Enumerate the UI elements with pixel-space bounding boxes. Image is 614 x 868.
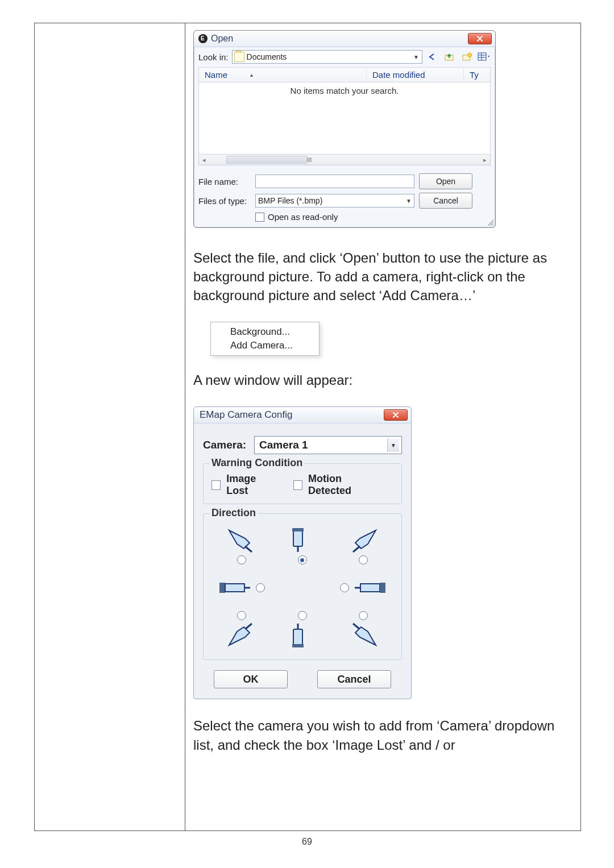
context-menu: Background... Add Camera... <box>210 322 320 356</box>
camera-n-icon <box>287 527 318 554</box>
direction-radio-sw[interactable] <box>237 611 246 620</box>
close-icon <box>393 412 399 418</box>
svg-rect-20 <box>293 629 302 645</box>
filetype-value: BMP Files (*.bmp) <box>258 196 322 205</box>
open-button[interactable]: Open <box>419 173 472 189</box>
image-lost-label: Image Lost <box>226 473 277 497</box>
motion-detected-checkbox[interactable] <box>293 480 302 490</box>
emap-titlebar: EMap Camera Config <box>194 407 411 423</box>
direction-radio-nw[interactable] <box>237 555 246 564</box>
direction-radio-s[interactable] <box>298 611 307 620</box>
lookin-combo[interactable]: Documents ▼ <box>232 50 422 64</box>
svg-marker-23 <box>355 627 376 645</box>
filename-input[interactable] <box>255 175 414 188</box>
paragraph-1: Select the file, and click ‘Open’ button… <box>193 248 570 305</box>
paragraph-3: Select the camera you wish to add from ‘… <box>193 716 570 754</box>
svg-marker-18 <box>229 627 250 645</box>
cancel-button[interactable]: Cancel <box>317 670 391 688</box>
readonly-label: Open as read-only <box>268 212 338 222</box>
table-left-column <box>35 23 185 830</box>
camera-e-icon <box>352 578 387 597</box>
view-menu-icon[interactable] <box>477 51 491 63</box>
chevron-down-icon: ▼ <box>387 438 399 452</box>
close-button[interactable] <box>384 409 408 421</box>
svg-rect-11 <box>219 583 225 593</box>
chevron-down-icon: ▼ <box>406 198 412 204</box>
context-item-add-camera[interactable]: Add Camera... <box>211 339 319 352</box>
direction-group: Direction <box>203 513 402 660</box>
header-type: Ty <box>464 68 490 82</box>
camera-se-icon <box>347 621 379 649</box>
svg-rect-3 <box>478 53 486 60</box>
scroll-left-icon: ◂ <box>199 156 209 164</box>
scroll-mid-label: III <box>307 157 312 163</box>
emap-title: EMap Camera Config <box>200 409 292 421</box>
direction-legend: Direction <box>209 507 258 519</box>
camera-s-icon <box>287 621 318 649</box>
dialog-titlebar: Open <box>194 31 495 47</box>
camera-label: Camera: <box>203 439 246 451</box>
direction-radio-n[interactable] <box>298 555 307 564</box>
scroll-right-icon: ▸ <box>480 156 490 164</box>
page-number: 69 <box>34 837 580 847</box>
svg-rect-16 <box>380 583 385 593</box>
open-file-dialog: Open Look in: Documents <box>193 30 496 228</box>
warning-condition-group: Warning Condition Image Lost Motion Dete… <box>203 463 402 504</box>
svg-point-2 <box>468 53 472 57</box>
warning-legend: Warning Condition <box>209 457 305 469</box>
scroll-thumb <box>226 156 307 164</box>
sort-indicator-icon: ▴ <box>250 72 253 78</box>
direction-radio-e[interactable] <box>340 583 349 592</box>
up-folder-icon[interactable] <box>443 51 457 63</box>
horizontal-scrollbar[interactable]: ◂ III ▸ <box>198 155 491 165</box>
camera-sw-icon <box>226 621 258 649</box>
header-date: Date modified <box>367 68 464 82</box>
ok-button[interactable]: OK <box>214 670 288 688</box>
dialog-title: Open <box>211 34 233 44</box>
paragraph-2: A new window will appear: <box>193 371 570 389</box>
motion-detected-label: Motion Detected <box>308 473 383 497</box>
close-button[interactable] <box>468 33 492 44</box>
filetype-combo[interactable]: BMP Files (*.bmp) ▼ <box>255 194 414 207</box>
camera-combo[interactable]: Camera 1 ▼ <box>254 436 402 454</box>
camera-value: Camera 1 <box>259 439 308 451</box>
svg-marker-9 <box>355 530 376 549</box>
context-item-background[interactable]: Background... <box>211 325 319 339</box>
new-folder-icon[interactable] <box>460 51 474 63</box>
readonly-checkbox[interactable] <box>255 213 264 222</box>
filetype-label: Files of type: <box>198 196 251 206</box>
empty-message: No items match your search. <box>291 86 399 95</box>
svg-rect-7 <box>292 528 304 531</box>
direction-radio-se[interactable] <box>359 611 368 620</box>
image-lost-checkbox[interactable] <box>211 480 221 490</box>
camera-nw-icon <box>226 527 258 554</box>
file-list-headers[interactable]: Name ▴ Date modified Ty <box>198 67 491 82</box>
lookin-value: Documents <box>247 52 412 61</box>
direction-radio-ne[interactable] <box>359 555 368 564</box>
resize-grip-icon[interactable] <box>486 218 494 226</box>
svg-line-5 <box>245 546 252 552</box>
direction-radio-w[interactable] <box>256 583 265 592</box>
emap-config-dialog: EMap Camera Config Camera: Camera 1 <box>193 406 412 699</box>
chevron-down-icon: ▼ <box>412 54 421 60</box>
back-icon[interactable] <box>426 51 439 63</box>
camera-ne-icon <box>347 527 379 554</box>
svg-rect-21 <box>292 644 304 647</box>
table-right-column: Open Look in: Documents <box>185 23 580 830</box>
close-icon <box>477 36 483 41</box>
svg-marker-4 <box>229 530 250 549</box>
header-name: Name <box>205 70 227 80</box>
svg-line-10 <box>353 546 360 552</box>
cancel-button[interactable]: Cancel <box>419 193 472 209</box>
file-list[interactable]: No items match your search. <box>198 82 491 155</box>
folder-icon <box>234 52 244 62</box>
svg-rect-12 <box>225 584 244 592</box>
svg-rect-15 <box>360 584 380 592</box>
app-icon <box>198 34 208 43</box>
filename-label: File name: <box>198 177 251 186</box>
camera-w-icon <box>218 578 252 597</box>
lookin-label: Look in: <box>198 52 229 62</box>
svg-rect-6 <box>293 530 302 546</box>
